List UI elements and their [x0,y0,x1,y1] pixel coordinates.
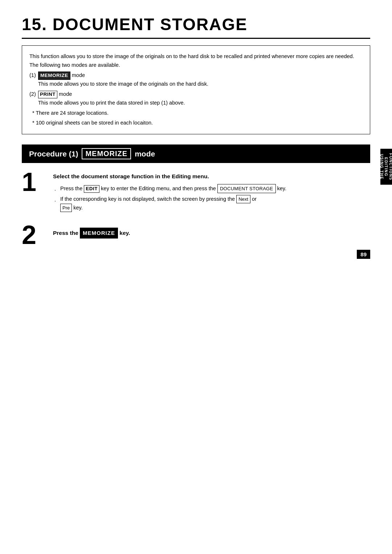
intro-item-1-num: (1) [29,71,38,80]
step-2: 2 Press the MEMORIZE key. [22,225,370,248]
page-number: 89 [357,250,370,259]
side-tab: USING THEEDITINGFUNCTIONS [380,149,392,185]
intro-item-2-content: PRINT mode This mode allows you to print… [38,90,185,107]
intro-item-2-mode: mode [59,91,72,97]
side-tab-text: USING THEEDITINGFUNCTIONS [379,153,392,180]
edit-key: EDIT [84,185,99,193]
bullet-1-text: Press the EDIT key to enter the Editing … [60,184,370,193]
step-1-bullet-1: . Press the EDIT key to enter the Editin… [53,184,370,194]
intro-item-2-desc: This mode allows you to print the data s… [38,100,185,106]
procedure-memorize-key: MEMORIZE [82,148,131,159]
intro-item-1-mode: mode [72,72,85,78]
procedure-heading-prefix: Procedure (1) [29,150,78,158]
step-1-number: 1 [22,169,47,195]
intro-item-2-num: (2) [29,90,38,99]
step-2-suffix: key. [119,230,130,236]
step-2-memorize-key: MEMORIZE [80,228,118,239]
step-2-prefix: Press the [53,230,78,236]
intro-item-2: (2) PRINT mode This mode allows you to p… [29,90,363,107]
print-key-intro: PRINT [38,91,57,98]
intro-item-1: (1) MEMORIZE mode This mode allows you t… [29,71,363,89]
intro-description: This function allows you to store the im… [29,52,363,70]
bullet-2-text: If the corresponding key is not displaye… [60,195,370,212]
intro-note-2: * 100 original sheets can be stored in e… [29,119,363,127]
step-1-title: Select the document storage function in … [53,172,370,181]
next-key: Next [236,195,250,203]
bullet-dot-2: . [54,195,60,204]
step-1: 1 Select the document storage function i… [22,172,370,213]
page-title: 15. DOCUMENT STORAGE [22,15,370,39]
step-2-content: Press the MEMORIZE key. [53,225,370,239]
step-2-title: Press the MEMORIZE key. [53,225,370,239]
bullet-dot-1: . [54,184,60,194]
intro-item-1-desc: This mode allows you to store the image … [38,81,208,87]
procedure-heading: Procedure (1) MEMORIZE mode [22,144,370,163]
intro-note-1: * There are 24 storage locations. [29,109,363,118]
intro-box: This function allows you to store the im… [22,45,370,134]
intro-item-1-content: MEMORIZE mode This mode allows you to st… [38,71,208,89]
doc-storage-key: DOCUMENT STORAGE [217,184,276,193]
step-2-number: 2 [22,222,47,248]
step-1-content: Select the document storage function in … [53,172,370,213]
pre-key: Pre [60,204,72,212]
page-content: 15. DOCUMENT STORAGE This function allow… [0,0,392,273]
memorize-key-intro: MEMORIZE [38,72,70,80]
step-1-bullet-2: . If the corresponding key is not displa… [53,195,370,212]
procedure-heading-suffix: mode [135,150,155,158]
